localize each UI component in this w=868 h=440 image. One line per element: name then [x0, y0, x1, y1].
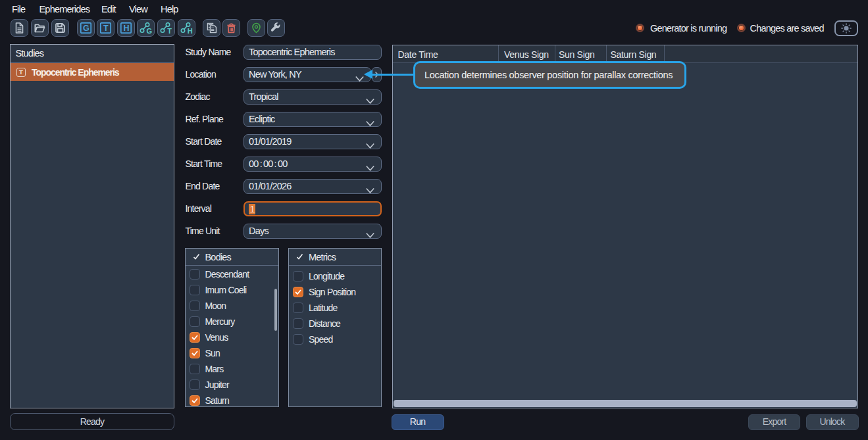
svg-text:T: T — [103, 24, 109, 33]
svg-text:G: G — [147, 27, 152, 35]
svg-text:H: H — [123, 24, 129, 33]
svg-text:G: G — [83, 24, 89, 33]
svg-text:H: H — [187, 27, 192, 35]
svg-text:T: T — [167, 27, 172, 35]
